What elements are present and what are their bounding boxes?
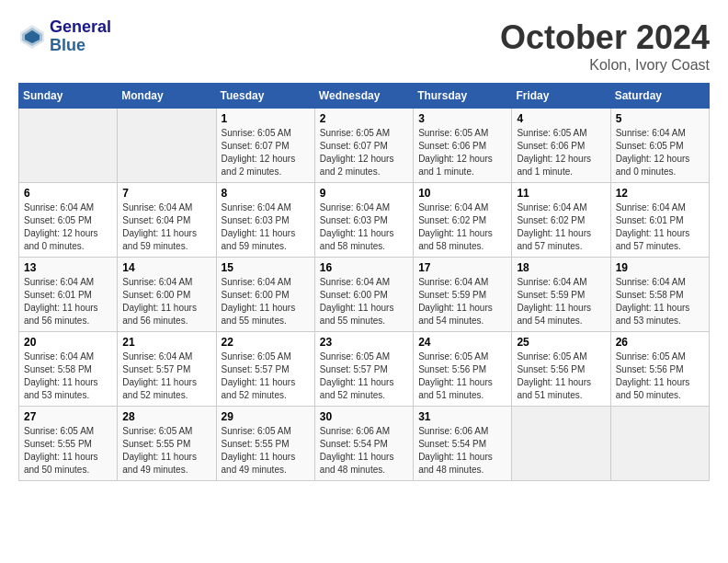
day-number: 12 <box>616 187 704 200</box>
logo-line1: General <box>50 18 111 37</box>
day-info: Sunrise: 6:04 AM Sunset: 6:02 PM Dayligh… <box>517 201 605 253</box>
day-number: 19 <box>616 261 704 274</box>
day-info: Sunrise: 6:05 AM Sunset: 5:57 PM Dayligh… <box>320 350 408 402</box>
calendar-week-row: 1Sunrise: 6:05 AM Sunset: 6:07 PM Daylig… <box>19 109 710 183</box>
day-info: Sunrise: 6:04 AM Sunset: 6:04 PM Dayligh… <box>122 201 210 253</box>
day-number: 21 <box>122 336 210 349</box>
calendar-cell: 20Sunrise: 6:04 AM Sunset: 5:58 PM Dayli… <box>19 332 118 407</box>
day-number: 11 <box>517 187 605 200</box>
day-number: 13 <box>24 261 112 274</box>
day-info: Sunrise: 6:04 AM Sunset: 6:03 PM Dayligh… <box>320 201 408 253</box>
day-number: 31 <box>418 410 506 423</box>
calendar-cell: 31Sunrise: 6:06 AM Sunset: 5:54 PM Dayli… <box>414 407 512 481</box>
day-number: 15 <box>222 261 310 274</box>
calendar-cell: 28Sunrise: 6:05 AM Sunset: 5:55 PM Dayli… <box>118 407 216 481</box>
day-number: 22 <box>222 336 310 349</box>
weekday-header: Saturday <box>610 84 709 109</box>
day-info: Sunrise: 6:04 AM Sunset: 5:59 PM Dayligh… <box>517 276 605 327</box>
day-info: Sunrise: 6:04 AM Sunset: 6:01 PM Dayligh… <box>616 201 704 253</box>
calendar-cell: 5Sunrise: 6:04 AM Sunset: 6:05 PM Daylig… <box>610 109 709 183</box>
day-number: 8 <box>222 187 310 200</box>
day-info: Sunrise: 6:05 AM Sunset: 5:55 PM Dayligh… <box>222 425 310 477</box>
day-info: Sunrise: 6:04 AM Sunset: 6:05 PM Dayligh… <box>24 201 112 253</box>
calendar-cell: 9Sunrise: 6:04 AM Sunset: 6:03 PM Daylig… <box>314 183 413 258</box>
day-info: Sunrise: 6:05 AM Sunset: 5:57 PM Dayligh… <box>222 350 310 402</box>
calendar-cell: 23Sunrise: 6:05 AM Sunset: 5:57 PM Dayli… <box>314 332 413 407</box>
day-info: Sunrise: 6:04 AM Sunset: 5:58 PM Dayligh… <box>24 350 112 402</box>
day-info: Sunrise: 6:06 AM Sunset: 5:54 PM Dayligh… <box>320 425 408 477</box>
calendar-cell: 29Sunrise: 6:05 AM Sunset: 5:55 PM Dayli… <box>216 407 314 481</box>
day-info: Sunrise: 6:04 AM Sunset: 6:00 PM Dayligh… <box>222 276 310 327</box>
calendar-cell: 4Sunrise: 6:05 AM Sunset: 6:06 PM Daylig… <box>512 109 610 183</box>
calendar-cell: 26Sunrise: 6:05 AM Sunset: 5:56 PM Dayli… <box>610 332 709 407</box>
calendar-cell: 27Sunrise: 6:05 AM Sunset: 5:55 PM Dayli… <box>19 407 118 481</box>
day-number: 20 <box>24 336 112 349</box>
day-info: Sunrise: 6:05 AM Sunset: 5:56 PM Dayligh… <box>418 350 506 402</box>
day-info: Sunrise: 6:05 AM Sunset: 5:55 PM Dayligh… <box>24 425 112 477</box>
calendar-cell: 7Sunrise: 6:04 AM Sunset: 6:04 PM Daylig… <box>118 183 216 258</box>
day-info: Sunrise: 6:04 AM Sunset: 6:01 PM Dayligh… <box>24 276 112 327</box>
calendar-week-row: 6Sunrise: 6:04 AM Sunset: 6:05 PM Daylig… <box>19 183 710 258</box>
calendar-cell: 15Sunrise: 6:04 AM Sunset: 6:00 PM Dayli… <box>216 258 314 332</box>
calendar-cell: 12Sunrise: 6:04 AM Sunset: 6:01 PM Dayli… <box>610 183 709 258</box>
day-number: 7 <box>122 187 210 200</box>
day-info: Sunrise: 6:04 AM Sunset: 5:59 PM Dayligh… <box>418 276 506 327</box>
weekday-header-row: SundayMondayTuesdayWednesdayThursdayFrid… <box>19 84 710 109</box>
day-number: 29 <box>222 410 310 423</box>
day-info: Sunrise: 6:05 AM Sunset: 6:07 PM Dayligh… <box>222 127 310 178</box>
day-info: Sunrise: 6:04 AM Sunset: 5:57 PM Dayligh… <box>122 350 210 402</box>
calendar-cell: 10Sunrise: 6:04 AM Sunset: 6:02 PM Dayli… <box>414 183 512 258</box>
day-info: Sunrise: 6:06 AM Sunset: 5:54 PM Dayligh… <box>418 425 506 477</box>
day-info: Sunrise: 6:04 AM Sunset: 6:03 PM Dayligh… <box>222 201 310 253</box>
day-info: Sunrise: 6:04 AM Sunset: 6:05 PM Dayligh… <box>616 127 704 178</box>
calendar-cell: 1Sunrise: 6:05 AM Sunset: 6:07 PM Daylig… <box>216 109 314 183</box>
day-info: Sunrise: 6:05 AM Sunset: 6:07 PM Dayligh… <box>320 127 408 178</box>
weekday-header: Sunday <box>19 84 118 109</box>
calendar-week-row: 13Sunrise: 6:04 AM Sunset: 6:01 PM Dayli… <box>19 258 710 332</box>
day-number: 4 <box>517 112 605 125</box>
day-number: 3 <box>418 112 506 125</box>
day-info: Sunrise: 6:04 AM Sunset: 5:58 PM Dayligh… <box>616 276 704 327</box>
calendar-cell: 16Sunrise: 6:04 AM Sunset: 6:00 PM Dayli… <box>314 258 413 332</box>
calendar-cell: 19Sunrise: 6:04 AM Sunset: 5:58 PM Dayli… <box>610 258 709 332</box>
logo-line2: Blue <box>50 37 111 55</box>
calendar-cell: 22Sunrise: 6:05 AM Sunset: 5:57 PM Dayli… <box>216 332 314 407</box>
calendar-cell: 2Sunrise: 6:05 AM Sunset: 6:07 PM Daylig… <box>314 109 413 183</box>
day-info: Sunrise: 6:05 AM Sunset: 5:56 PM Dayligh… <box>517 350 605 402</box>
day-number: 26 <box>616 336 704 349</box>
calendar-cell: 13Sunrise: 6:04 AM Sunset: 6:01 PM Dayli… <box>19 258 118 332</box>
day-number: 18 <box>517 261 605 274</box>
calendar-week-row: 20Sunrise: 6:04 AM Sunset: 5:58 PM Dayli… <box>19 332 710 407</box>
calendar-cell: 11Sunrise: 6:04 AM Sunset: 6:02 PM Dayli… <box>512 183 610 258</box>
day-number: 24 <box>418 336 506 349</box>
calendar-cell: 18Sunrise: 6:04 AM Sunset: 5:59 PM Dayli… <box>512 258 610 332</box>
title-area: October 2024 Kolon, Ivory Coast <box>500 18 710 74</box>
weekday-header: Monday <box>118 84 216 109</box>
calendar-cell <box>512 407 610 481</box>
calendar-cell: 6Sunrise: 6:04 AM Sunset: 6:05 PM Daylig… <box>19 183 118 258</box>
month-title: October 2024 <box>500 18 710 57</box>
day-number: 23 <box>320 336 408 349</box>
day-info: Sunrise: 6:05 AM Sunset: 5:56 PM Dayligh… <box>616 350 704 402</box>
calendar-week-row: 27Sunrise: 6:05 AM Sunset: 5:55 PM Dayli… <box>19 407 710 481</box>
logo-icon <box>18 23 46 51</box>
calendar-cell: 21Sunrise: 6:04 AM Sunset: 5:57 PM Dayli… <box>118 332 216 407</box>
day-number: 28 <box>122 410 210 423</box>
calendar-cell: 3Sunrise: 6:05 AM Sunset: 6:06 PM Daylig… <box>414 109 512 183</box>
day-number: 16 <box>320 261 408 274</box>
day-number: 30 <box>320 410 408 423</box>
calendar-cell: 24Sunrise: 6:05 AM Sunset: 5:56 PM Dayli… <box>414 332 512 407</box>
location-title: Kolon, Ivory Coast <box>500 57 710 74</box>
day-info: Sunrise: 6:04 AM Sunset: 6:00 PM Dayligh… <box>320 276 408 327</box>
calendar-cell: 25Sunrise: 6:05 AM Sunset: 5:56 PM Dayli… <box>512 332 610 407</box>
day-number: 2 <box>320 112 408 125</box>
weekday-header: Tuesday <box>216 84 314 109</box>
weekday-header: Wednesday <box>314 84 413 109</box>
logo: General Blue <box>18 18 111 55</box>
day-info: Sunrise: 6:05 AM Sunset: 5:55 PM Dayligh… <box>122 425 210 477</box>
calendar-table: SundayMondayTuesdayWednesdayThursdayFrid… <box>18 83 710 481</box>
day-number: 17 <box>418 261 506 274</box>
day-number: 6 <box>24 187 112 200</box>
calendar-cell <box>19 109 118 183</box>
day-number: 5 <box>616 112 704 125</box>
